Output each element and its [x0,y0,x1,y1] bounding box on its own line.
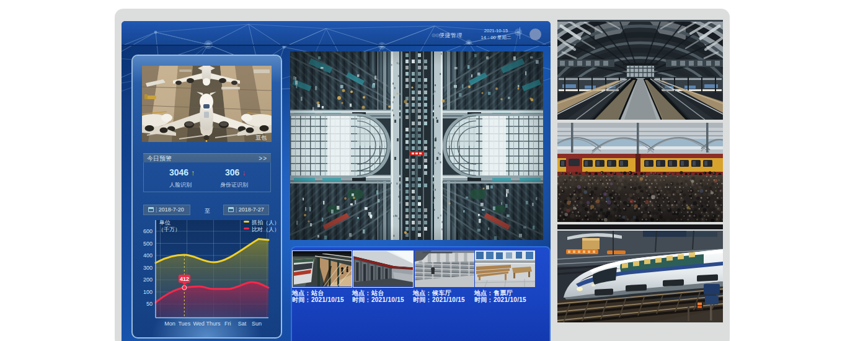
svg-text:比对（人）: 比对（人） [252,226,280,232]
svg-text:豆包: 豆包 [255,135,267,141]
svg-text:50: 50 [146,301,153,307]
svg-text:Tues: Tues [178,321,190,327]
svg-text:412: 412 [180,276,189,282]
svg-text:400: 400 [143,252,153,259]
svg-text:Mon: Mon [164,321,175,327]
svg-text:200: 200 [143,277,153,283]
svg-text:Fri: Fri [224,321,231,327]
svg-text:600: 600 [143,228,153,234]
svg-text:Sat: Sat [238,321,247,327]
svg-text:（千万）: （千万） [158,226,180,232]
svg-text:Thurs: Thurs [206,321,221,327]
svg-text:Sun: Sun [252,321,262,327]
svg-text:100: 100 [143,289,153,295]
svg-text:抓拍（人）: 抓拍（人） [251,219,280,226]
svg-text:500: 500 [143,241,153,247]
svg-text:Wed: Wed [193,321,204,327]
svg-text:300: 300 [143,265,153,271]
svg-text:单位: 单位 [159,219,170,226]
